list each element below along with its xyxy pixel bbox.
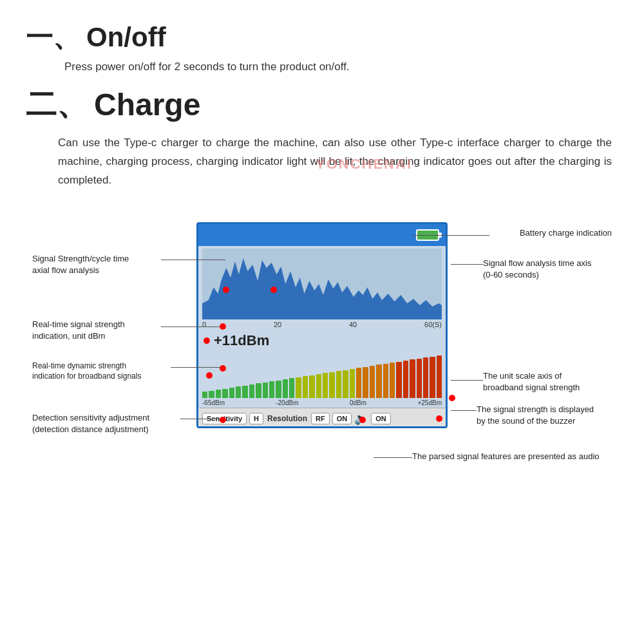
bar-item [276,381,281,398]
bar-item [289,378,294,398]
annotation-sensitivity: Detection sensitivity adjustment(detecti… [32,412,180,435]
dbm-reading-row: +11dBm [198,330,446,352]
bar-item [430,357,435,398]
line-unit-scale [451,380,483,381]
bar-item [336,371,341,398]
signal-chart [202,249,442,319]
line-signal-flow [451,264,483,265]
section-2-heading: Charge [94,87,200,122]
bar-item [343,370,348,398]
bar-item [383,364,388,398]
dot-buzzer [436,415,442,422]
section-1-prefix: 一、 [26,19,80,55]
scale-labels: -65dBm -20dBm 0dBm +25dBm [198,398,446,408]
annotation-signal-flow: Signal flow analysis time axis(0-60 seco… [483,258,612,281]
annotation-unit-scale: The unit scale axis ofbroadband signal s… [483,370,612,393]
bar-chart-area [198,352,446,398]
rf-val-btn[interactable]: ON [332,413,352,424]
dot-audio [359,417,366,423]
annotation-buzzer: The signal strength is displayedby the s… [477,404,612,427]
scale-label-2: -20dBm [276,399,298,406]
dot-dynamic [220,365,226,372]
bar-item [356,368,361,398]
annotation-audio: The parsed signal features are presented… [412,451,612,462]
time-label-0: 0 [202,321,206,328]
bar-item [417,359,422,398]
dbm-value: +11dBm [214,332,269,349]
line-realtime [161,327,222,327]
bar-item [309,375,314,398]
bar-item [370,366,375,398]
screen-top-bar [198,224,446,246]
bar-item [209,391,214,398]
bar-item [363,367,368,398]
line-buzzer [451,410,477,411]
bar-item [229,388,234,398]
sound-val-btn[interactable]: ON [371,413,391,424]
section-1-heading: On/off [86,22,166,53]
resolution-label: Resolution [267,414,307,423]
bar-item [403,361,408,398]
annotation-battery: Battery charge indication [520,227,612,239]
time-label-40: 40 [349,321,357,328]
bar-item [222,389,227,398]
line-signal-strength [161,260,225,260]
section-2-title: 二、 Charge [26,84,618,125]
bar-item [249,384,254,398]
scale-label-1: -65dBm [202,399,225,406]
bar-item [350,369,355,398]
line-audio [374,457,412,458]
bar-item [296,377,301,398]
dot-time-axis [270,287,277,293]
bar-chart-dot [206,372,213,379]
bar-item [376,365,381,398]
bar-item [263,383,268,398]
dot-sensitivity [220,417,226,423]
bar-item [437,355,442,398]
diagram-area: 0 20 40 60(S) +11dBm -65dBm -20dBm 0dBm … [26,222,618,493]
line-battery [412,235,489,236]
bar-item [242,386,247,398]
bar-item [410,359,415,398]
section-1-title: 一、 On/off [26,19,618,55]
section-1-subtitle: Press power on/off for 2 seconds to turn… [64,61,618,73]
bar-item [202,392,207,398]
bar-item [323,373,328,398]
section-2-body: Can use the Type-c charger to charge the… [58,134,612,190]
dbm-red-dot [204,337,210,344]
time-label-60: 60(S) [424,321,442,328]
scale-label-3: 0dBm [350,399,366,406]
time-axis: 0 20 40 60(S) [198,319,446,330]
bar-item [396,362,401,398]
bar-item [423,357,428,398]
annotation-realtime: Real-time signal strengthindication, uni… [32,319,161,342]
svg-marker-0 [202,258,442,319]
rf-label-btn[interactable]: RF [311,413,330,424]
dot-realtime [220,323,226,330]
dot-unit-scale [449,395,455,401]
bar-item [269,381,274,398]
line-dynamic [171,367,222,368]
bar-item [283,379,288,398]
scale-label-4: +25dBm [417,399,442,406]
sensitivity-val-btn[interactable]: H [249,413,263,424]
control-bar: Sensitivity H Resolution RF ON 🔈 ON [198,408,446,428]
bar-item [390,363,395,398]
device-screen: 0 20 40 60(S) +11dBm -65dBm -20dBm 0dBm … [196,222,448,428]
line-sensitivity [180,419,222,419]
dot-signal-strength [223,287,229,293]
annotation-signal-strength: Signal Strength/cycle timeaxial flow ana… [32,253,161,276]
bar-item [256,383,261,398]
bar-item [303,376,308,398]
bar-item [236,386,241,398]
bar-item [316,374,321,398]
section-2: 二、 Charge Can use the Type-c charger to … [26,84,618,190]
signal-wave-svg [202,249,442,319]
bar-item [216,390,221,398]
time-label-20: 20 [274,321,281,328]
annotation-dynamic: Real-time dynamic strengthindication for… [32,361,171,383]
bar-item [329,372,334,398]
section-2-prefix: 二、 [26,84,88,125]
section-1: 一、 On/off Press power on/off for 2 secon… [26,19,618,73]
